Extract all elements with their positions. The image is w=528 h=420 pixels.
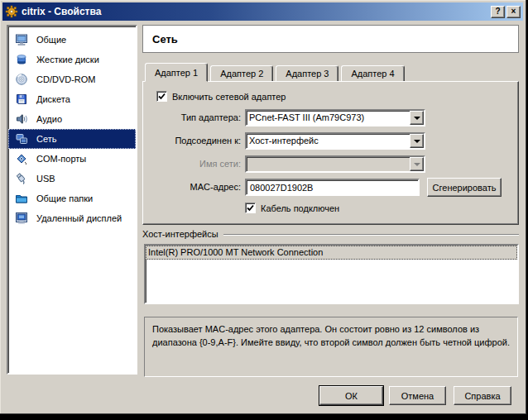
chevron-down-icon [410, 157, 424, 171]
network-name-value [247, 157, 410, 171]
sidebar-item-label: Жесткие диски [36, 55, 99, 64]
sidebar-item-label: COM-порты [36, 154, 86, 164]
list-item-host-interface[interactable]: Intel(R) PRO/1000 MT Network Connection [146, 246, 517, 260]
sidebar-item-cd-dvd[interactable]: CD/DVD-ROM [8, 69, 136, 89]
titlebar-buttons: ? × [489, 6, 521, 18]
host-interface-name: Intel(R) PRO/1000 MT Network Connection [148, 247, 323, 257]
usb-icon [12, 172, 31, 186]
field-description-text: Показывает MAC-адрес этого адаптера. Он … [152, 324, 510, 347]
sidebar-item-remote-display[interactable]: Удаленный дисплей [8, 208, 136, 228]
cable-connected-checkbox[interactable]: Кабель подключен [245, 203, 339, 213]
page-title-text: Сеть [152, 33, 178, 45]
tab-adapter-1[interactable]: Адаптер 1 [145, 63, 208, 82]
audio-icon [12, 112, 31, 126]
host-interfaces-group-label: Хост-интерфейсы [142, 229, 223, 239]
generate-mac-button[interactable]: Сгенерировать [427, 178, 502, 197]
ok-button[interactable]: ОК [319, 386, 383, 405]
host-interfaces-list: Intel(R) PRO/1000 MT Network Connection [144, 244, 519, 304]
adapter-tab-panel: Включить сетевой адаптер Тип адаптера: P… [142, 81, 519, 225]
mac-address-input[interactable] [245, 179, 420, 196]
attached-to-select[interactable]: Хост-интерфейс [245, 132, 425, 150]
hard-disks-icon [12, 53, 31, 67]
help-button[interactable]: Справка [454, 386, 511, 405]
page-title: Сеть [142, 25, 519, 53]
adapter-type-label: Тип адаптера: [143, 109, 241, 126]
chevron-down-icon[interactable] [410, 111, 424, 125]
network-name-select [245, 155, 425, 173]
tab-adapter-3[interactable]: Адаптер 3 [276, 65, 338, 82]
mac-address-label: MAC-адрес: [143, 179, 241, 196]
attached-to-value: Хост-интерфейс [247, 134, 410, 148]
network-icon [12, 132, 31, 146]
sidebar-item-audio[interactable]: Аудио [8, 109, 136, 129]
shared-folders-icon [12, 192, 31, 206]
settings-category-list: Общие Жесткие диски CD/DVD-ROM Дискета А [7, 25, 137, 375]
close-button[interactable]: × [506, 6, 521, 18]
sidebar-item-floppy[interactable]: Дискета [8, 89, 136, 109]
host-interfaces-group: Хост-интерфейсы [142, 229, 519, 239]
app-gear-icon [5, 5, 18, 18]
sidebar-item-label: Дискета [36, 94, 70, 104]
cancel-button[interactable]: Отмена [389, 386, 446, 405]
tab-label: Адаптер 4 [351, 69, 394, 79]
sidebar-item-network[interactable]: Сеть [8, 129, 136, 149]
com-ports-icon [12, 152, 31, 166]
sidebar-item-label: Сеть [36, 134, 56, 144]
sidebar-item-shared-folders[interactable]: Общие папки [8, 189, 136, 208]
enable-adapter-label: Включить сетевой адаптер [172, 92, 286, 102]
help-titlebar-button[interactable]: ? [491, 6, 505, 18]
sidebar-item-general[interactable]: Общие [8, 30, 136, 50]
tab-label: Адаптер 3 [286, 69, 329, 79]
remote-display-icon [12, 212, 31, 226]
network-name-label: Имя сети: [143, 155, 241, 173]
sidebar-item-label: Аудио [36, 114, 62, 124]
checkbox-checked-icon [245, 203, 256, 213]
attached-to-label: Подсоединен к: [143, 132, 241, 150]
sidebar-item-label: Удаленный дисплей [36, 213, 122, 223]
cable-connected-label: Кабель подключен [261, 203, 339, 213]
sidebar-item-label: Общие [36, 35, 66, 45]
sidebar-item-usb[interactable]: USB [8, 169, 136, 189]
floppy-icon [12, 93, 31, 107]
window-title: citrix - Свойства [22, 6, 489, 17]
general-icon [12, 33, 31, 47]
sidebar-item-com-ports[interactable]: COM-порты [8, 149, 136, 169]
chevron-down-icon[interactable] [410, 134, 424, 148]
cd-dvd-icon [12, 73, 31, 87]
adapter-type-value: PCnet-FAST III (Am79C973) [247, 111, 410, 125]
settings-window: citrix - Свойства ? × Общие Жесткие диск… [0, 0, 526, 414]
titlebar: citrix - Свойства ? × [2, 2, 523, 21]
sidebar-item-label: CD/DVD-ROM [36, 74, 96, 84]
sidebar-item-label: Общие папки [36, 193, 93, 203]
enable-adapter-checkbox[interactable]: Включить сетевой адаптер [156, 91, 286, 102]
tab-adapter-4[interactable]: Адаптер 4 [341, 65, 404, 82]
checkbox-checked-icon [156, 91, 167, 102]
field-description-box: Показывает MAC-адрес этого адаптера. Он … [144, 317, 518, 377]
sidebar-item-label: USB [36, 174, 55, 184]
adapter-tabs: Адаптер 1 Адаптер 2 Адаптер 3 Адаптер 4 [145, 64, 407, 82]
tab-label: Адаптер 2 [220, 69, 263, 79]
sidebar-item-hard-disks[interactable]: Жесткие диски [8, 50, 136, 69]
tab-adapter-2[interactable]: Адаптер 2 [210, 65, 273, 82]
adapter-type-select[interactable]: PCnet-FAST III (Am79C973) [245, 109, 425, 126]
group-divider [223, 234, 519, 236]
tab-label: Адаптер 1 [155, 68, 198, 78]
